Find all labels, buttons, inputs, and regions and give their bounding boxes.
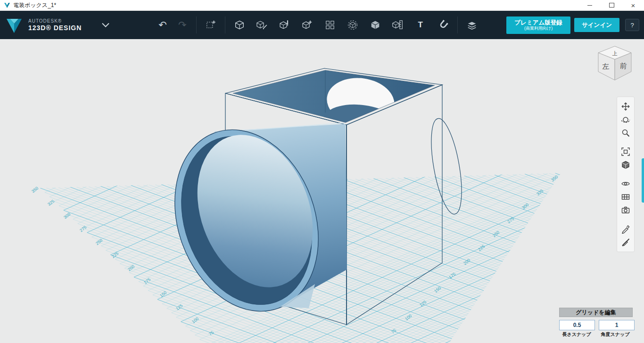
svg-text:300: 300 (63, 212, 71, 220)
view-cube-front-label: 前 (619, 61, 627, 70)
angle-snap-input[interactable] (599, 320, 635, 330)
maximize-button[interactable] (601, 0, 622, 10)
zoom-window-icon[interactable] (619, 145, 632, 158)
svg-text:325: 325 (47, 199, 55, 207)
pipe-right-stub (426, 116, 468, 216)
select-transform-icon[interactable] (204, 18, 217, 32)
autodesk-123d-logo (5, 16, 24, 34)
svg-text:75: 75 (390, 328, 397, 335)
screenshot-icon[interactable] (619, 204, 632, 217)
redo-icon[interactable]: ↷ (176, 19, 189, 31)
view-cube-top-label: 上 (612, 50, 618, 56)
length-snap-label: 長さスナップ (559, 331, 594, 338)
svg-text:225: 225 (477, 244, 486, 252)
shaded-view-icon[interactable] (619, 158, 632, 172)
brand-bottom: 123D® DESIGN (28, 24, 82, 32)
snap-icon[interactable] (437, 18, 450, 32)
toolbar-separator (196, 16, 197, 33)
minimize-icon (587, 5, 592, 6)
viewport: 3503503253253003002752752502502252252002… (0, 39, 644, 343)
primitives-icon[interactable] (233, 18, 246, 32)
construct-icon[interactable] (278, 18, 291, 32)
title-bar: 電装ボックス_1* × (0, 0, 644, 11)
visibility-icon[interactable] (619, 177, 632, 190)
toolbar-separator (457, 16, 458, 33)
svg-text:125: 125 (175, 303, 183, 311)
brand: AUTODESK® 123D® DESIGN (5, 16, 82, 34)
pan-icon[interactable] (619, 100, 632, 113)
svg-text:250: 250 (492, 230, 500, 238)
maximize-icon (609, 3, 614, 8)
grid-settings-panel: グリッドを編集 長さスナップ 角度スナップ (559, 308, 633, 338)
undo-icon[interactable]: ↶ (157, 19, 169, 31)
hide-sketches-icon[interactable] (619, 236, 632, 249)
toolbar-separator (225, 16, 225, 33)
window-title: 電装ボックス_1* (13, 1, 56, 9)
pattern-icon[interactable] (323, 18, 337, 32)
measure-icon[interactable] (391, 18, 405, 32)
svg-text:150: 150 (159, 290, 167, 298)
orbit-icon[interactable] (619, 113, 632, 126)
view-cube[interactable]: 上 左 前 (593, 44, 636, 87)
view-cube-left-label: 左 (602, 62, 610, 70)
show-sketches-icon[interactable] (619, 222, 632, 236)
scene-settings-icon[interactable] (619, 190, 632, 204)
grouping-icon[interactable] (346, 18, 359, 32)
app-icon (4, 2, 10, 8)
text-icon[interactable]: T (414, 18, 427, 32)
help-button[interactable]: ? (625, 19, 639, 31)
navigation-toolbar (617, 97, 635, 252)
svg-text:250: 250 (95, 238, 103, 246)
angle-snap-label: 角度スナップ (598, 331, 633, 338)
svg-text:275: 275 (79, 225, 87, 233)
minimize-button[interactable] (579, 0, 601, 10)
tool-icon-group: T (233, 18, 450, 32)
model-3d[interactable] (150, 68, 467, 332)
modify-icon[interactable] (301, 18, 314, 32)
menu-chevron-icon[interactable] (99, 20, 112, 31)
length-snap-input[interactable] (559, 320, 595, 330)
svg-text:350: 350 (31, 186, 39, 194)
panel-handle[interactable] (642, 158, 644, 203)
sketch-icon[interactable] (256, 18, 269, 32)
premium-signup-button[interactable]: プレミアム版登録 (商業利用向け) (506, 16, 570, 34)
signin-button[interactable]: サインイン (574, 18, 619, 32)
zoom-icon[interactable] (619, 126, 632, 139)
main-toolbar: AUTODESK® 123D® DESIGN ↶ ↷ (0, 11, 644, 39)
view-settings-icon[interactable] (465, 18, 479, 32)
viewport-canvas[interactable]: 3503503253253003002752752502502252252002… (0, 39, 644, 343)
grid-edit-button[interactable]: グリッドを編集 (559, 308, 633, 317)
brand-top: AUTODESK® (28, 18, 82, 24)
close-icon: × (631, 2, 636, 9)
combine-icon[interactable] (369, 18, 382, 32)
close-button[interactable]: × (622, 0, 644, 10)
svg-text:200: 200 (127, 264, 135, 272)
